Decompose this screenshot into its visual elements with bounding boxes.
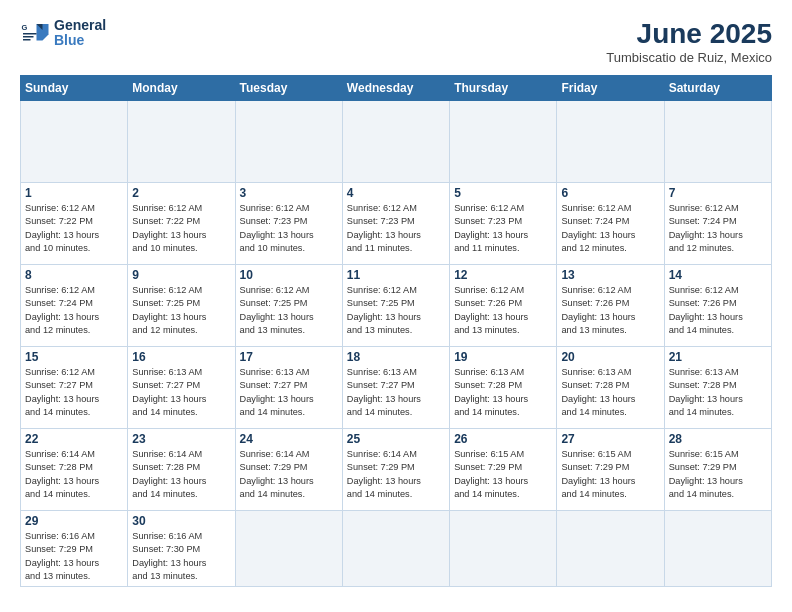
table-row	[450, 101, 557, 183]
day-info: Sunrise: 6:15 AM Sunset: 7:29 PM Dayligh…	[561, 448, 659, 501]
table-row: 4Sunrise: 6:12 AM Sunset: 7:23 PM Daylig…	[342, 183, 449, 265]
table-row: 3Sunrise: 6:12 AM Sunset: 7:23 PM Daylig…	[235, 183, 342, 265]
table-row: 18Sunrise: 6:13 AM Sunset: 7:27 PM Dayli…	[342, 347, 449, 429]
table-row: 30Sunrise: 6:16 AM Sunset: 7:30 PM Dayli…	[128, 511, 235, 587]
day-number: 5	[454, 186, 552, 200]
day-number: 30	[132, 514, 230, 528]
table-row: 19Sunrise: 6:13 AM Sunset: 7:28 PM Dayli…	[450, 347, 557, 429]
day-number: 1	[25, 186, 123, 200]
logo-general: General	[54, 18, 106, 33]
table-row: 27Sunrise: 6:15 AM Sunset: 7:29 PM Dayli…	[557, 429, 664, 511]
table-row: 8Sunrise: 6:12 AM Sunset: 7:24 PM Daylig…	[21, 265, 128, 347]
col-friday: Friday	[557, 76, 664, 101]
table-row: 21Sunrise: 6:13 AM Sunset: 7:28 PM Dayli…	[664, 347, 771, 429]
day-number: 14	[669, 268, 767, 282]
table-row: 25Sunrise: 6:14 AM Sunset: 7:29 PM Dayli…	[342, 429, 449, 511]
col-tuesday: Tuesday	[235, 76, 342, 101]
table-row: 17Sunrise: 6:13 AM Sunset: 7:27 PM Dayli…	[235, 347, 342, 429]
logo: G General Blue	[20, 18, 106, 49]
day-number: 2	[132, 186, 230, 200]
table-row: 24Sunrise: 6:14 AM Sunset: 7:29 PM Dayli…	[235, 429, 342, 511]
table-row	[235, 511, 342, 587]
day-number: 7	[669, 186, 767, 200]
table-row	[450, 511, 557, 587]
table-row: 11Sunrise: 6:12 AM Sunset: 7:25 PM Dayli…	[342, 265, 449, 347]
day-info: Sunrise: 6:12 AM Sunset: 7:26 PM Dayligh…	[669, 284, 767, 337]
day-number: 13	[561, 268, 659, 282]
table-row: 23Sunrise: 6:14 AM Sunset: 7:28 PM Dayli…	[128, 429, 235, 511]
svg-rect-4	[23, 36, 34, 38]
day-number: 12	[454, 268, 552, 282]
day-number: 25	[347, 432, 445, 446]
day-info: Sunrise: 6:15 AM Sunset: 7:29 PM Dayligh…	[669, 448, 767, 501]
day-info: Sunrise: 6:12 AM Sunset: 7:22 PM Dayligh…	[132, 202, 230, 255]
logo-icon: G	[20, 18, 50, 48]
day-info: Sunrise: 6:12 AM Sunset: 7:26 PM Dayligh…	[454, 284, 552, 337]
col-saturday: Saturday	[664, 76, 771, 101]
day-info: Sunrise: 6:14 AM Sunset: 7:28 PM Dayligh…	[25, 448, 123, 501]
table-row	[235, 101, 342, 183]
day-info: Sunrise: 6:14 AM Sunset: 7:29 PM Dayligh…	[347, 448, 445, 501]
day-number: 17	[240, 350, 338, 364]
location: Tumbiscatio de Ruiz, Mexico	[606, 50, 772, 65]
day-info: Sunrise: 6:12 AM Sunset: 7:25 PM Dayligh…	[240, 284, 338, 337]
calendar-table: Sunday Monday Tuesday Wednesday Thursday…	[20, 75, 772, 587]
table-row: 16Sunrise: 6:13 AM Sunset: 7:27 PM Dayli…	[128, 347, 235, 429]
month-year: June 2025	[606, 18, 772, 50]
day-info: Sunrise: 6:15 AM Sunset: 7:29 PM Dayligh…	[454, 448, 552, 501]
table-row	[342, 101, 449, 183]
table-row	[21, 101, 128, 183]
day-info: Sunrise: 6:12 AM Sunset: 7:25 PM Dayligh…	[132, 284, 230, 337]
svg-text:G: G	[22, 23, 28, 32]
day-info: Sunrise: 6:16 AM Sunset: 7:29 PM Dayligh…	[25, 530, 123, 583]
day-info: Sunrise: 6:12 AM Sunset: 7:23 PM Dayligh…	[347, 202, 445, 255]
day-info: Sunrise: 6:13 AM Sunset: 7:27 PM Dayligh…	[240, 366, 338, 419]
svg-rect-3	[23, 33, 37, 35]
page: G General Blue June 2025 Tumbiscatio de …	[0, 0, 792, 612]
day-number: 15	[25, 350, 123, 364]
day-number: 29	[25, 514, 123, 528]
table-row: 28Sunrise: 6:15 AM Sunset: 7:29 PM Dayli…	[664, 429, 771, 511]
day-info: Sunrise: 6:12 AM Sunset: 7:24 PM Dayligh…	[669, 202, 767, 255]
col-monday: Monday	[128, 76, 235, 101]
day-number: 27	[561, 432, 659, 446]
table-row	[664, 511, 771, 587]
day-number: 19	[454, 350, 552, 364]
day-info: Sunrise: 6:12 AM Sunset: 7:26 PM Dayligh…	[561, 284, 659, 337]
day-number: 24	[240, 432, 338, 446]
col-thursday: Thursday	[450, 76, 557, 101]
day-number: 11	[347, 268, 445, 282]
day-number: 16	[132, 350, 230, 364]
day-number: 6	[561, 186, 659, 200]
table-row: 1Sunrise: 6:12 AM Sunset: 7:22 PM Daylig…	[21, 183, 128, 265]
logo-blue: Blue	[54, 33, 106, 48]
day-info: Sunrise: 6:13 AM Sunset: 7:28 PM Dayligh…	[454, 366, 552, 419]
day-number: 21	[669, 350, 767, 364]
day-info: Sunrise: 6:12 AM Sunset: 7:25 PM Dayligh…	[347, 284, 445, 337]
svg-rect-5	[23, 39, 31, 41]
title-block: June 2025 Tumbiscatio de Ruiz, Mexico	[606, 18, 772, 65]
table-row: 5Sunrise: 6:12 AM Sunset: 7:23 PM Daylig…	[450, 183, 557, 265]
day-info: Sunrise: 6:14 AM Sunset: 7:29 PM Dayligh…	[240, 448, 338, 501]
day-info: Sunrise: 6:12 AM Sunset: 7:24 PM Dayligh…	[25, 284, 123, 337]
table-row	[128, 101, 235, 183]
col-wednesday: Wednesday	[342, 76, 449, 101]
day-info: Sunrise: 6:13 AM Sunset: 7:27 PM Dayligh…	[347, 366, 445, 419]
day-number: 3	[240, 186, 338, 200]
day-number: 18	[347, 350, 445, 364]
day-number: 9	[132, 268, 230, 282]
table-row: 15Sunrise: 6:12 AM Sunset: 7:27 PM Dayli…	[21, 347, 128, 429]
day-info: Sunrise: 6:16 AM Sunset: 7:30 PM Dayligh…	[132, 530, 230, 583]
day-info: Sunrise: 6:12 AM Sunset: 7:23 PM Dayligh…	[454, 202, 552, 255]
table-row	[664, 101, 771, 183]
header: G General Blue June 2025 Tumbiscatio de …	[20, 18, 772, 65]
day-info: Sunrise: 6:13 AM Sunset: 7:27 PM Dayligh…	[132, 366, 230, 419]
table-row: 29Sunrise: 6:16 AM Sunset: 7:29 PM Dayli…	[21, 511, 128, 587]
table-row: 6Sunrise: 6:12 AM Sunset: 7:24 PM Daylig…	[557, 183, 664, 265]
day-info: Sunrise: 6:13 AM Sunset: 7:28 PM Dayligh…	[669, 366, 767, 419]
calendar-header-row: Sunday Monday Tuesday Wednesday Thursday…	[21, 76, 772, 101]
day-number: 26	[454, 432, 552, 446]
table-row: 14Sunrise: 6:12 AM Sunset: 7:26 PM Dayli…	[664, 265, 771, 347]
table-row: 26Sunrise: 6:15 AM Sunset: 7:29 PM Dayli…	[450, 429, 557, 511]
day-number: 4	[347, 186, 445, 200]
